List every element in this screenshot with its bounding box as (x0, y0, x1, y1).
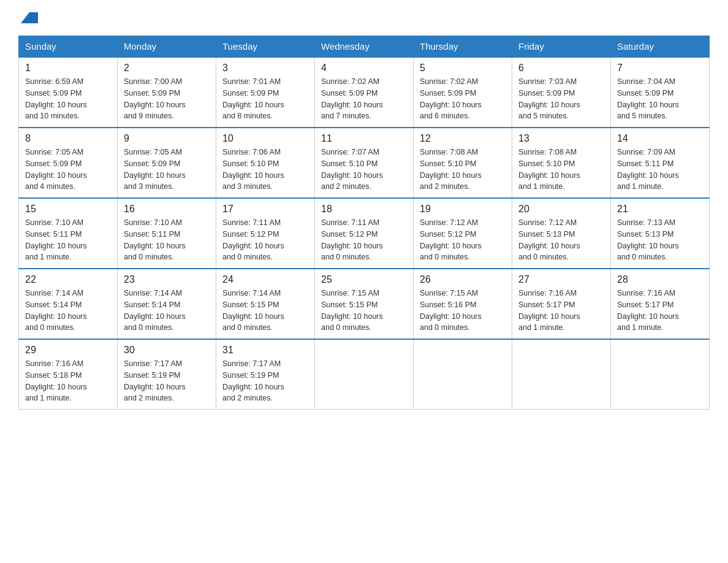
logo (18, 12, 38, 25)
calendar-empty-cell (611, 339, 710, 410)
calendar-day-cell: 30 Sunrise: 7:17 AM Sunset: 5:19 PM Dayl… (118, 339, 216, 410)
day-number: 15 (25, 204, 111, 215)
calendar-day-cell: 16 Sunrise: 7:10 AM Sunset: 5:11 PM Dayl… (118, 198, 216, 269)
day-number: 23 (124, 274, 210, 285)
day-number: 17 (222, 204, 308, 215)
logo-triangle-icon (21, 12, 38, 23)
day-number: 31 (222, 345, 308, 356)
day-number: 4 (321, 63, 407, 74)
calendar-day-cell: 5 Sunrise: 7:02 AM Sunset: 5:09 PM Dayli… (414, 57, 512, 128)
calendar-week-row: 15 Sunrise: 7:10 AM Sunset: 5:11 PM Dayl… (19, 198, 710, 269)
calendar-day-cell: 8 Sunrise: 7:05 AM Sunset: 5:09 PM Dayli… (19, 128, 118, 198)
calendar-day-cell: 7 Sunrise: 7:04 AM Sunset: 5:09 PM Dayli… (611, 57, 710, 128)
calendar-day-cell: 25 Sunrise: 7:15 AM Sunset: 5:15 PM Dayl… (315, 269, 414, 339)
day-info: Sunrise: 7:16 AM Sunset: 5:17 PM Dayligh… (617, 288, 703, 334)
day-info: Sunrise: 7:10 AM Sunset: 5:11 PM Dayligh… (25, 217, 111, 263)
calendar-day-cell: 22 Sunrise: 7:14 AM Sunset: 5:14 PM Dayl… (19, 269, 118, 339)
day-number: 30 (124, 345, 210, 356)
calendar-header-thursday: Thursday (414, 36, 512, 58)
calendar-day-cell: 26 Sunrise: 7:15 AM Sunset: 5:16 PM Dayl… (414, 269, 512, 339)
calendar-day-cell: 1 Sunrise: 6:59 AM Sunset: 5:09 PM Dayli… (19, 57, 118, 128)
day-number: 6 (518, 63, 604, 74)
day-number: 20 (518, 204, 604, 215)
day-info: Sunrise: 7:02 AM Sunset: 5:09 PM Dayligh… (321, 76, 407, 122)
day-info: Sunrise: 7:06 AM Sunset: 5:10 PM Dayligh… (222, 147, 308, 193)
day-info: Sunrise: 7:00 AM Sunset: 5:09 PM Dayligh… (124, 76, 210, 122)
calendar-day-cell: 11 Sunrise: 7:07 AM Sunset: 5:10 PM Dayl… (315, 128, 414, 198)
day-info: Sunrise: 7:16 AM Sunset: 5:17 PM Dayligh… (518, 288, 604, 334)
day-number: 1 (25, 63, 111, 74)
day-info: Sunrise: 7:15 AM Sunset: 5:15 PM Dayligh… (321, 288, 407, 334)
calendar-day-cell: 18 Sunrise: 7:11 AM Sunset: 5:12 PM Dayl… (315, 198, 414, 269)
calendar-day-cell: 14 Sunrise: 7:09 AM Sunset: 5:11 PM Dayl… (611, 128, 710, 198)
day-number: 25 (321, 274, 407, 285)
calendar-day-cell: 13 Sunrise: 7:08 AM Sunset: 5:10 PM Dayl… (512, 128, 611, 198)
day-info: Sunrise: 6:59 AM Sunset: 5:09 PM Dayligh… (25, 76, 111, 122)
calendar-day-cell: 31 Sunrise: 7:17 AM Sunset: 5:19 PM Dayl… (216, 339, 315, 410)
day-info: Sunrise: 7:09 AM Sunset: 5:11 PM Dayligh… (617, 147, 703, 193)
day-info: Sunrise: 7:13 AM Sunset: 5:13 PM Dayligh… (617, 217, 703, 263)
day-info: Sunrise: 7:07 AM Sunset: 5:10 PM Dayligh… (321, 147, 407, 193)
calendar-empty-cell (315, 339, 414, 410)
day-number: 10 (222, 133, 308, 144)
day-number: 2 (124, 63, 210, 74)
day-info: Sunrise: 7:12 AM Sunset: 5:12 PM Dayligh… (420, 217, 506, 263)
day-number: 22 (25, 274, 111, 285)
day-info: Sunrise: 7:17 AM Sunset: 5:19 PM Dayligh… (124, 358, 210, 404)
day-info: Sunrise: 7:08 AM Sunset: 5:10 PM Dayligh… (420, 147, 506, 193)
day-info: Sunrise: 7:16 AM Sunset: 5:18 PM Dayligh… (25, 358, 111, 404)
calendar-week-row: 22 Sunrise: 7:14 AM Sunset: 5:14 PM Dayl… (19, 269, 710, 339)
calendar-empty-cell (414, 339, 512, 410)
calendar-empty-cell (512, 339, 611, 410)
calendar-week-row: 29 Sunrise: 7:16 AM Sunset: 5:18 PM Dayl… (19, 339, 710, 410)
calendar-header-friday: Friday (512, 36, 611, 58)
calendar-day-cell: 10 Sunrise: 7:06 AM Sunset: 5:10 PM Dayl… (216, 128, 315, 198)
day-info: Sunrise: 7:14 AM Sunset: 5:15 PM Dayligh… (222, 288, 308, 334)
day-info: Sunrise: 7:04 AM Sunset: 5:09 PM Dayligh… (617, 76, 703, 122)
day-number: 13 (518, 133, 604, 144)
logo-blue-text (18, 12, 38, 25)
calendar-day-cell: 2 Sunrise: 7:00 AM Sunset: 5:09 PM Dayli… (118, 57, 216, 128)
calendar-day-cell: 12 Sunrise: 7:08 AM Sunset: 5:10 PM Dayl… (414, 128, 512, 198)
calendar-day-cell: 9 Sunrise: 7:05 AM Sunset: 5:09 PM Dayli… (118, 128, 216, 198)
calendar-day-cell: 17 Sunrise: 7:11 AM Sunset: 5:12 PM Dayl… (216, 198, 315, 269)
calendar-header-wednesday: Wednesday (315, 36, 414, 58)
day-number: 18 (321, 204, 407, 215)
page-header (18, 12, 710, 25)
day-info: Sunrise: 7:03 AM Sunset: 5:09 PM Dayligh… (518, 76, 604, 122)
day-info: Sunrise: 7:01 AM Sunset: 5:09 PM Dayligh… (222, 76, 308, 122)
day-number: 29 (25, 345, 111, 356)
day-number: 21 (617, 204, 703, 215)
day-number: 26 (420, 274, 506, 285)
day-info: Sunrise: 7:12 AM Sunset: 5:13 PM Dayligh… (518, 217, 604, 263)
calendar-day-cell: 20 Sunrise: 7:12 AM Sunset: 5:13 PM Dayl… (512, 198, 611, 269)
calendar-day-cell: 23 Sunrise: 7:14 AM Sunset: 5:14 PM Dayl… (118, 269, 216, 339)
day-number: 16 (124, 204, 210, 215)
day-info: Sunrise: 7:10 AM Sunset: 5:11 PM Dayligh… (124, 217, 210, 263)
calendar-day-cell: 21 Sunrise: 7:13 AM Sunset: 5:13 PM Dayl… (611, 198, 710, 269)
day-info: Sunrise: 7:17 AM Sunset: 5:19 PM Dayligh… (222, 358, 308, 404)
day-info: Sunrise: 7:14 AM Sunset: 5:14 PM Dayligh… (25, 288, 111, 334)
calendar-day-cell: 19 Sunrise: 7:12 AM Sunset: 5:12 PM Dayl… (414, 198, 512, 269)
day-info: Sunrise: 7:08 AM Sunset: 5:10 PM Dayligh… (518, 147, 604, 193)
calendar-header-row: SundayMondayTuesdayWednesdayThursdayFrid… (19, 36, 710, 58)
day-number: 28 (617, 274, 703, 285)
calendar-day-cell: 28 Sunrise: 7:16 AM Sunset: 5:17 PM Dayl… (611, 269, 710, 339)
calendar-day-cell: 4 Sunrise: 7:02 AM Sunset: 5:09 PM Dayli… (315, 57, 414, 128)
day-number: 3 (222, 63, 308, 74)
day-number: 27 (518, 274, 604, 285)
day-info: Sunrise: 7:11 AM Sunset: 5:12 PM Dayligh… (321, 217, 407, 263)
day-number: 12 (420, 133, 506, 144)
calendar-table: SundayMondayTuesdayWednesdayThursdayFrid… (18, 36, 710, 410)
calendar-header-monday: Monday (118, 36, 216, 58)
calendar-day-cell: 15 Sunrise: 7:10 AM Sunset: 5:11 PM Dayl… (19, 198, 118, 269)
day-number: 24 (222, 274, 308, 285)
day-info: Sunrise: 7:15 AM Sunset: 5:16 PM Dayligh… (420, 288, 506, 334)
calendar-week-row: 8 Sunrise: 7:05 AM Sunset: 5:09 PM Dayli… (19, 128, 710, 198)
calendar-header-tuesday: Tuesday (216, 36, 315, 58)
calendar-week-row: 1 Sunrise: 6:59 AM Sunset: 5:09 PM Dayli… (19, 57, 710, 128)
day-info: Sunrise: 7:14 AM Sunset: 5:14 PM Dayligh… (124, 288, 210, 334)
calendar-day-cell: 29 Sunrise: 7:16 AM Sunset: 5:18 PM Dayl… (19, 339, 118, 410)
day-number: 7 (617, 63, 703, 74)
day-number: 5 (420, 63, 506, 74)
